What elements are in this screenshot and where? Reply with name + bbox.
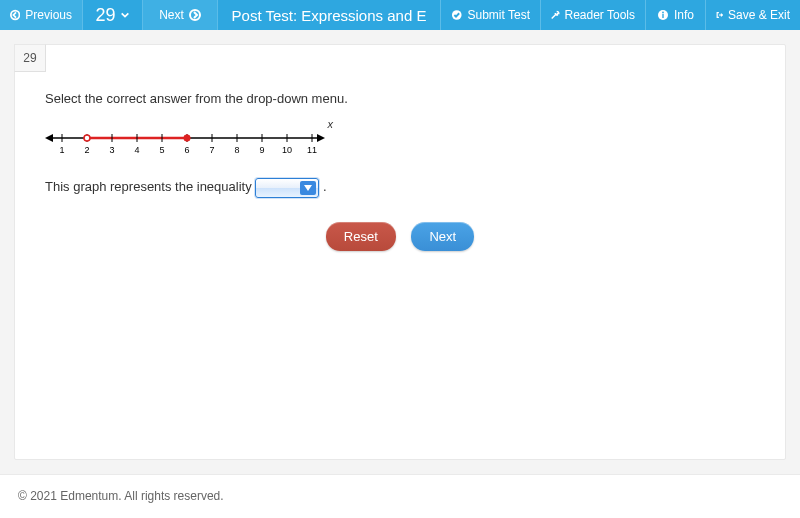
next-button[interactable]: Next bbox=[142, 0, 217, 30]
exit-icon bbox=[716, 9, 723, 21]
number-line-graphic: x bbox=[45, 128, 325, 164]
button-row: Reset Next bbox=[45, 222, 755, 251]
arrow-left-icon bbox=[10, 9, 20, 21]
test-title-label: Post Test: Expressions and E bbox=[232, 7, 427, 24]
test-title: Post Test: Expressions and E bbox=[217, 0, 440, 30]
next-question-button[interactable]: Next bbox=[411, 222, 474, 251]
dropdown-arrow-icon bbox=[300, 181, 316, 195]
svg-point-0 bbox=[11, 11, 20, 20]
submit-test-label: Submit Test bbox=[468, 8, 530, 22]
question-number-dropdown[interactable]: 29 bbox=[82, 0, 142, 30]
svg-point-1 bbox=[190, 10, 200, 20]
svg-text:9: 9 bbox=[259, 145, 264, 155]
arrow-right-icon bbox=[189, 9, 201, 21]
top-nav-bar: Previous 29 Next Post Test: Expressions … bbox=[0, 0, 800, 30]
content-stage: 29 Select the correct answer from the dr… bbox=[0, 30, 800, 474]
svg-text:7: 7 bbox=[209, 145, 214, 155]
axis-variable-label: x bbox=[328, 118, 334, 130]
svg-point-4 bbox=[662, 12, 664, 14]
info-icon bbox=[657, 9, 669, 21]
next-label: Next bbox=[159, 8, 184, 22]
sentence-suffix: . bbox=[323, 179, 327, 194]
footer: © 2021 Edmentum. All rights reserved. bbox=[0, 474, 800, 518]
reset-button[interactable]: Reset bbox=[326, 222, 396, 251]
reader-tools-label: Reader Tools bbox=[565, 8, 636, 22]
svg-text:10: 10 bbox=[282, 145, 292, 155]
svg-text:5: 5 bbox=[159, 145, 164, 155]
question-prompt: Select the correct answer from the drop-… bbox=[45, 91, 755, 106]
question-content: Select the correct answer from the drop-… bbox=[15, 45, 785, 271]
svg-marker-7 bbox=[45, 134, 53, 142]
question-card: 29 Select the correct answer from the dr… bbox=[14, 44, 786, 460]
svg-text:6: 6 bbox=[184, 145, 189, 155]
save-exit-label: Save & Exit bbox=[728, 8, 790, 22]
svg-text:1: 1 bbox=[59, 145, 64, 155]
svg-text:8: 8 bbox=[234, 145, 239, 155]
inequality-sentence: This graph represents the inequality . bbox=[45, 178, 755, 198]
question-badge: 29 bbox=[14, 44, 46, 72]
question-badge-label: 29 bbox=[23, 51, 36, 65]
svg-text:3: 3 bbox=[109, 145, 114, 155]
info-label: Info bbox=[674, 8, 694, 22]
svg-point-21 bbox=[84, 135, 90, 141]
svg-marker-8 bbox=[317, 134, 325, 142]
svg-point-22 bbox=[184, 135, 190, 141]
svg-text:11: 11 bbox=[307, 145, 317, 155]
answer-dropdown[interactable] bbox=[255, 178, 319, 198]
submit-test-button[interactable]: Submit Test bbox=[440, 0, 540, 30]
check-circle-icon bbox=[451, 9, 463, 21]
svg-marker-34 bbox=[304, 185, 312, 191]
svg-rect-5 bbox=[662, 14, 663, 18]
previous-button[interactable]: Previous bbox=[0, 0, 82, 30]
question-number-label: 29 bbox=[95, 5, 115, 26]
footer-copyright: © 2021 Edmentum. All rights reserved. bbox=[18, 489, 224, 503]
chevron-down-icon bbox=[120, 10, 130, 20]
number-line-svg: 1 2 3 4 5 6 7 8 9 10 11 bbox=[45, 128, 325, 158]
svg-text:2: 2 bbox=[84, 145, 89, 155]
save-exit-button[interactable]: Save & Exit bbox=[705, 0, 800, 30]
svg-text:4: 4 bbox=[134, 145, 139, 155]
info-button[interactable]: Info bbox=[645, 0, 705, 30]
previous-label: Previous bbox=[25, 8, 72, 22]
sentence-prefix: This graph represents the inequality bbox=[45, 179, 255, 194]
wrench-icon bbox=[551, 9, 560, 21]
reader-tools-button[interactable]: Reader Tools bbox=[540, 0, 645, 30]
